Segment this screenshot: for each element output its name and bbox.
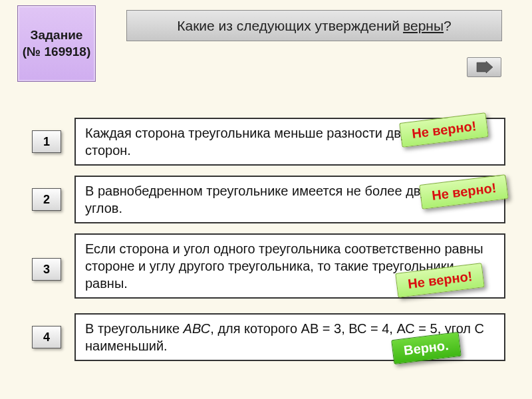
answer-button-2[interactable]: 2: [32, 188, 61, 211]
question-prefix: Какие из следующих утверждений: [177, 18, 400, 34]
answer-number: 3: [43, 263, 50, 277]
answer-number: 4: [43, 331, 50, 344]
task-label: Задание: [31, 27, 83, 44]
answer-button-4[interactable]: 4: [32, 326, 61, 348]
svg-marker-0: [477, 61, 493, 73]
question-emphasis: верны: [403, 18, 444, 34]
next-arrow-icon: [475, 61, 493, 73]
answer-button-3[interactable]: 3: [32, 258, 61, 281]
answer-button-1[interactable]: 1: [32, 130, 61, 153]
answer-number: 2: [43, 193, 50, 207]
next-button[interactable]: [467, 57, 501, 77]
s4-pre: В треугольнике: [85, 321, 184, 336]
s4-italic: АВС: [184, 321, 211, 336]
question-suffix: ?: [444, 18, 452, 34]
task-badge: Задание (№ 169918): [17, 5, 96, 82]
question-bar: Какие из следующих утверждений верны ?: [126, 10, 502, 41]
answer-number: 1: [43, 135, 50, 149]
task-number: (№ 169918): [23, 44, 91, 61]
